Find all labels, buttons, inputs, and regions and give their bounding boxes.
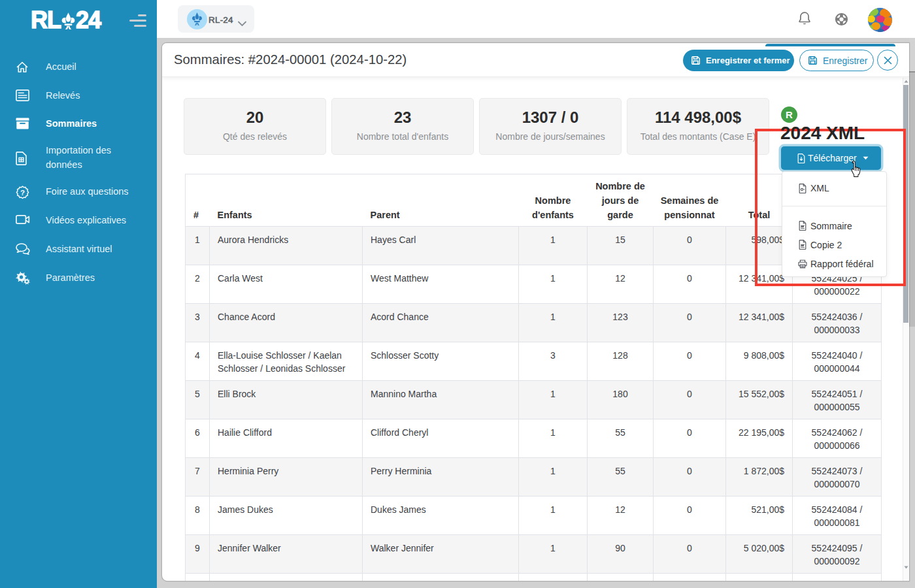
svg-text:?: ? [20, 189, 25, 197]
